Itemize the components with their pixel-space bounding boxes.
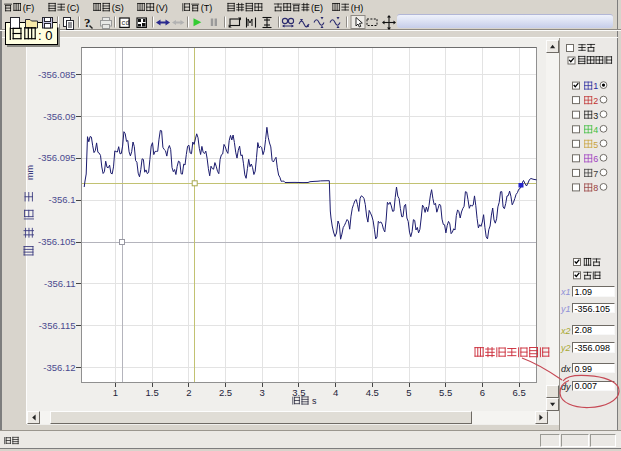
svg-text:8: 8 <box>593 183 598 193</box>
svg-text:dx: dx <box>561 364 571 374</box>
svg-text:1: 1 <box>593 81 598 91</box>
svg-text:2.08: 2.08 <box>575 325 593 335</box>
svg-text:2: 2 <box>186 387 191 398</box>
svg-text:5: 5 <box>593 140 598 150</box>
svg-text:-356.095: -356.095 <box>38 152 76 163</box>
svg-text:x1: x1 <box>560 287 571 297</box>
svg-text:3: 3 <box>593 111 598 121</box>
svg-text:dy: dy <box>561 382 571 392</box>
svg-text:2.5: 2.5 <box>219 387 232 398</box>
svg-text:4: 4 <box>333 387 338 398</box>
svg-text:1.09: 1.09 <box>575 287 593 297</box>
svg-text:1.5: 1.5 <box>145 387 158 398</box>
svg-text:y1: y1 <box>560 304 571 314</box>
svg-text:4.5: 4.5 <box>366 387 379 398</box>
svg-text:-356.105: -356.105 <box>38 236 76 247</box>
svg-text:(H): (H) <box>351 3 364 13</box>
svg-text:cd: cd <box>122 20 130 27</box>
svg-text:-356.09: -356.09 <box>43 111 75 122</box>
svg-text:-356.085: -356.085 <box>38 69 76 80</box>
svg-text:(V): (V) <box>156 3 168 13</box>
svg-text:(T): (T) <box>201 3 213 13</box>
svg-text:-356.11: -356.11 <box>44 278 76 289</box>
svg-text:(C): (C) <box>67 3 80 13</box>
svg-text:0.99: 0.99 <box>575 364 593 374</box>
svg-text:0.007: 0.007 <box>575 381 598 391</box>
svg-text:4: 4 <box>593 125 598 135</box>
svg-text:-356.098: -356.098 <box>575 343 611 353</box>
svg-text:5: 5 <box>406 387 411 398</box>
svg-text:6: 6 <box>480 387 485 398</box>
svg-text:-356.12: -356.12 <box>43 362 75 373</box>
svg-text:x2: x2 <box>560 326 571 336</box>
svg-text:3: 3 <box>260 387 265 398</box>
svg-text:(S): (S) <box>112 3 124 13</box>
svg-text:7: 7 <box>593 169 598 179</box>
svg-text:-356.115: -356.115 <box>39 320 76 331</box>
svg-text:3.5: 3.5 <box>292 387 305 398</box>
svg-text:: 0: : 0 <box>38 28 52 43</box>
svg-text:-356.105: -356.105 <box>575 304 611 314</box>
svg-text:mm: mm <box>25 165 35 180</box>
svg-text:?: ? <box>84 15 91 30</box>
svg-text:-356.1: -356.1 <box>49 194 76 205</box>
svg-text:(F): (F) <box>23 3 35 13</box>
svg-text:6: 6 <box>593 154 598 164</box>
svg-text:6.5: 6.5 <box>512 387 525 398</box>
svg-text:5.5: 5.5 <box>439 387 452 398</box>
svg-text:y2: y2 <box>560 343 571 353</box>
svg-text:s: s <box>312 396 317 406</box>
svg-text:2: 2 <box>593 96 598 106</box>
svg-text:(E): (E) <box>311 3 323 13</box>
svg-text:1: 1 <box>113 387 118 398</box>
